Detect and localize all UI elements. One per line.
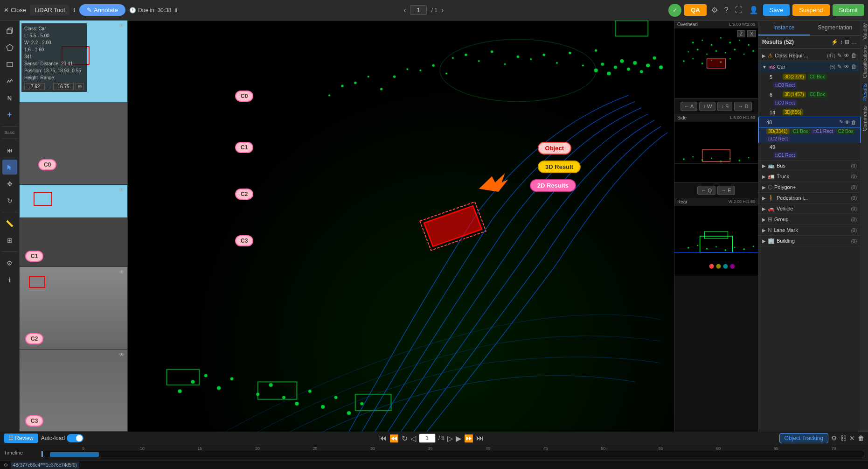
tool-rotate[interactable]: ↻ [2,193,17,208]
nav-q-button[interactable]: ← Q [697,186,715,195]
car-group-eye-button[interactable]: 👁 [844,63,849,70]
overhead-reset-button[interactable]: X [747,30,756,37]
qa-button[interactable]: QA [684,4,707,16]
height-range-expand[interactable]: ⊞ [76,83,84,90]
tracking-unlink-button[interactable]: ✕ [849,434,855,442]
submit-button[interactable]: Submit [833,4,864,16]
nav-next-button[interactable]: › [441,6,444,14]
object-tracking-button[interactable]: Object Tracking [779,433,828,443]
tool-polygon[interactable] [2,40,17,55]
nav-w-button[interactable]: ↑ W [699,102,715,111]
object-popup[interactable]: Object [538,142,571,154]
annotate-button[interactable]: ✎ Annotate [79,4,125,16]
group-car-header[interactable]: ▼ 🏎 Car (5) ✎ 👁 🗑 [758,61,861,72]
eye-icon-c2[interactable]: 👁 [119,269,125,275]
group-eye-button[interactable]: 👁 [844,52,849,59]
tab-segmentation[interactable]: Segmentation [810,21,861,35]
close-button[interactable]: ✕ Close [4,7,26,14]
3dresult-popup[interactable]: 3D Result [538,161,581,173]
tool-3d-box[interactable] [2,23,17,38]
item-48-eye-button[interactable]: 👁 [845,119,850,125]
tool-n[interactable]: N [2,91,17,105]
results-expand-button[interactable]: ⊞ [845,39,849,45]
rear-view-canvas[interactable] [674,206,758,276]
nav-prev-button[interactable]: ‹ [403,6,406,14]
playback-prev-button[interactable]: ⏪ [389,434,399,443]
review-button[interactable]: ☰ Review [4,434,38,443]
result-item-5[interactable]: 5 3D(2326) C0 Box [758,72,861,81]
viewport-badge-c3[interactable]: C3 [235,235,253,246]
nav-s-button[interactable]: ↓ S [717,102,732,111]
viewport-badge-c1[interactable]: C1 [235,142,253,153]
item-48-trash-button[interactable]: 🗑 [851,119,856,125]
nav-d-button[interactable]: → D [734,102,752,111]
user-icon[interactable]: 👤 [747,4,760,16]
viewport-badge-c0[interactable]: C0 [235,91,253,102]
tool-ruler[interactable]: 📏 [2,216,17,231]
viewport-badge-c2[interactable]: C2 [235,189,253,200]
playback-refresh-button[interactable]: ↻ [402,434,408,443]
nav-e-button[interactable]: → E [717,186,735,195]
height-range-max[interactable] [53,83,74,90]
side-view-canvas[interactable] [674,122,758,182]
group-edit-button[interactable]: ✎ [837,52,842,59]
camera-badge-c3[interactable]: C3 [25,415,43,427]
playback-prev-frame-button[interactable]: ◁ [410,434,416,443]
playback-end-button[interactable]: ⏭ [476,434,484,442]
tab-results[interactable]: Results [861,81,868,104]
results-filter-button[interactable]: ⚡ [831,39,838,45]
group-pedestrian-header[interactable]: ▶ 🚶 Pedestrian i... (0) [758,193,861,203]
overhead-view-canvas[interactable]: Z X [674,28,758,98]
pause-icon[interactable]: ⏸ [173,7,179,14]
fullscreen-icon[interactable]: ⛶ [733,4,744,16]
tool-settings[interactable]: ⚙ [2,256,17,271]
group-truck-header[interactable]: ▶ 🚛 Truck (0) [758,171,861,182]
suspend-button[interactable]: Suspend [792,4,829,16]
info-icon[interactable]: ℹ [73,7,76,14]
camera-badge-c0[interactable]: C0 [38,159,56,170]
height-range-min[interactable] [24,83,45,90]
tracking-settings-button[interactable]: ⚙ [831,434,837,442]
tool-layers[interactable]: ⊞ [2,233,17,248]
item-48-edit-button[interactable]: ✎ [839,119,843,125]
tool-segment[interactable] [2,74,17,89]
tab-instance[interactable]: Instance [758,21,810,35]
tool-cursor[interactable] [2,160,17,175]
result-item-14[interactable]: 14 3D(856) [758,108,861,117]
results-more-button[interactable]: … [851,39,857,45]
group-class-requirements-header[interactable]: ▶ ⚠ Class Requir... (47) ✎ 👁 🗑 [758,50,861,61]
settings-icon[interactable]: ⚙ [709,4,720,16]
nav-a-button[interactable]: ← A [681,102,698,111]
playback-start-button[interactable]: ⏮ [379,434,387,442]
playback-next-button[interactable]: ⏩ [464,434,473,443]
autoload-toggle-switch[interactable] [67,434,83,442]
result-item-48[interactable]: 48 ✎ 👁 🗑 [758,117,861,127]
tracking-delete-button[interactable]: 🗑 [858,434,864,442]
save-button[interactable]: Save [763,4,790,16]
2dresults-popup[interactable]: 2D Results [530,179,576,192]
tool-plus[interactable]: + [2,107,17,122]
group-trash-button[interactable]: 🗑 [851,52,857,59]
timeline-track[interactable] [41,451,864,457]
car-group-trash-button[interactable]: 🗑 [851,63,857,70]
car-group-edit-button[interactable]: ✎ [837,63,842,70]
overhead-zoom-button[interactable]: Z [737,30,745,37]
tracking-link-button[interactable]: ⛓ [840,434,847,442]
tab-comments[interactable]: Comments [861,104,868,134]
result-item-49[interactable]: 49 [758,143,861,151]
eye-icon-c0[interactable]: 👁 [119,22,125,29]
result-item-6[interactable]: 6 3D(1457) C0 Box [758,90,861,99]
help-icon[interactable]: ? [722,4,730,16]
camera-badge-c1[interactable]: C1 [25,251,43,262]
group-group-header[interactable]: ▶ ⊞ Group (0) [758,214,861,224]
timeline-track-area[interactable]: 5 10 15 20 25 30 35 40 45 50 55 60 65 70 [41,445,864,460]
camera-badge-c2[interactable]: C2 [25,333,43,344]
page-input[interactable] [410,5,427,15]
group-building-header[interactable]: ▶ 🏢 Building (0) [758,236,861,246]
tab-validity[interactable]: Validity [861,21,868,42]
eye-icon-c1[interactable]: 👁 [119,187,125,193]
playback-play-button[interactable]: ▶ [456,434,461,443]
tool-skip[interactable]: ⏮ [2,143,17,158]
group-vehicle-header[interactable]: ▶ 🚗 Vehicle (0) [758,203,861,214]
eye-icon-c3[interactable]: 👁 [119,351,125,358]
